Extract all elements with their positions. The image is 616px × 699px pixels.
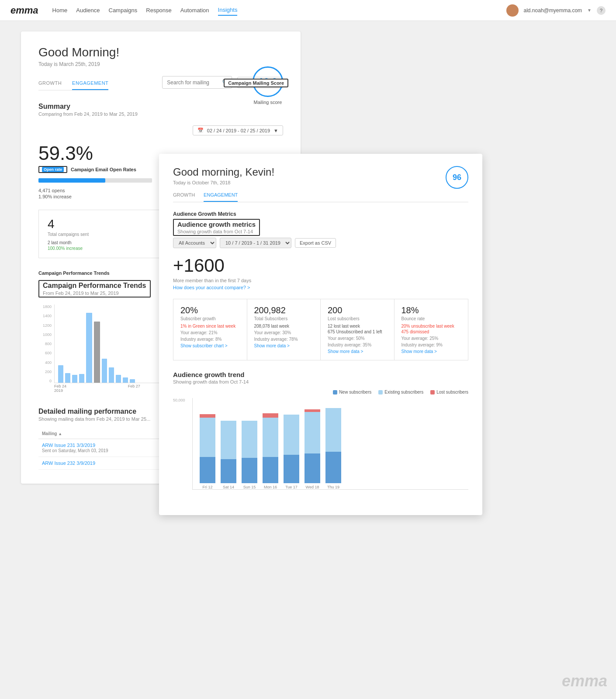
- new-seg-5: [305, 453, 320, 483]
- lost-seg-0: [200, 414, 215, 418]
- perf-trends-title: Campaign Performance Trends: [43, 282, 146, 290]
- bar-group-3: [79, 374, 84, 383]
- metric-3-avg-industry: Industry average: 9%: [401, 343, 461, 347]
- audience-bar-2: Sun 15: [242, 421, 257, 489]
- nav-insights[interactable]: Insights: [218, 5, 238, 16]
- bar-group-4: [86, 313, 92, 383]
- fg-toolbar: All Accounts 10 / 7 / 2019 - 1 / 31 2019…: [173, 238, 468, 248]
- mailing-link-1[interactable]: ARW Issue 232 3/9/2019: [42, 460, 95, 466]
- metric-3-avg-your: Your average: 25%: [401, 336, 461, 341]
- metric-0-avg-your: Your average: 21%: [180, 330, 240, 335]
- metric-2: 200 Lost subscribers 12 lost last week 6…: [321, 299, 395, 360]
- legend-existing-dot: [378, 390, 383, 394]
- tab-engagement[interactable]: ENGAGEMENT: [72, 80, 108, 90]
- bar: [102, 359, 107, 383]
- trend-legend: New subscribers Existing subscribers Los…: [173, 390, 468, 394]
- audience-growth-callout-box: Audience growth metrics Showing growth d…: [173, 219, 260, 236]
- nav-campaigns[interactable]: Campaigns: [109, 5, 138, 15]
- performance-callout-box: Campaign Performance Trends From Feb 24,…: [38, 280, 151, 298]
- bar-group-1: [65, 373, 70, 383]
- campaigns-sent-num: 4: [48, 217, 152, 231]
- mailing-score-callout: Campaign Mailing Score: [224, 79, 288, 87]
- bar: [94, 322, 100, 383]
- metric-1-link[interactable]: Show more data >: [254, 343, 314, 348]
- metrics-grid: 20% Subscriber growth 1% in Green since …: [173, 299, 468, 360]
- metric-2-sub: 12 lost last week: [328, 324, 387, 329]
- date-filter[interactable]: 10 / 7 / 2019 - 1 / 31 2019: [220, 238, 291, 248]
- fg-big-stat: +1600: [173, 255, 468, 276]
- bar: [109, 367, 114, 383]
- metric-0-avg-industry: Industry average: 8%: [180, 337, 240, 342]
- new-seg-0: [200, 457, 215, 483]
- metric-0: 20% Subscriber growth 1% in Green since …: [173, 299, 247, 360]
- progress-bar-fill: [38, 178, 105, 183]
- open-rate-callout-label: Campaign Email Open Rates: [71, 167, 136, 172]
- bar: [65, 373, 70, 383]
- nav-automation[interactable]: Automation: [180, 5, 209, 15]
- legend-new-dot: [333, 390, 337, 394]
- calendar-icon: 📅: [197, 128, 204, 133]
- new-seg-4: [284, 455, 299, 483]
- trend-chart-title: Audience growth trend: [173, 371, 468, 378]
- legend-new-label: New subscribers: [339, 390, 371, 394]
- x-label-6: Thu 19: [327, 485, 339, 489]
- metric-1-num: 200,982: [254, 305, 314, 315]
- metric-3-extra: 475 dismissed: [401, 329, 461, 334]
- nav-right: ald.noah@myemma.com ▼ ?: [506, 4, 606, 17]
- mailing-link-0[interactable]: ARW Issue 231 3/3/2019: [42, 443, 95, 448]
- fg-score-badge: 96: [446, 166, 468, 189]
- campaigns-last-month: 2 last month: [48, 240, 152, 245]
- nav-audience[interactable]: Audience: [76, 5, 100, 15]
- search-input[interactable]: [167, 80, 219, 86]
- existing-seg-6: [325, 408, 341, 452]
- bar-group-7: [109, 367, 114, 383]
- campaigns-sent-box: 4 Total campaigns sent 2 last month 100.…: [39, 210, 161, 258]
- metric-2-avg-your: Your average: 50%: [328, 336, 387, 341]
- metric-3-link[interactable]: Show more data >: [401, 349, 461, 354]
- metric-0-sub: 1% in Green since last week: [180, 324, 240, 329]
- metric-3-label: Bounce rate: [401, 316, 461, 321]
- mailing-score-label: Mailing score: [253, 100, 283, 105]
- existing-seg-5: [305, 412, 320, 453]
- nav-response[interactable]: Response: [146, 5, 172, 15]
- summary-title: Summary: [38, 103, 283, 111]
- fg-stat-link[interactable]: How does your account compare? >: [173, 285, 468, 290]
- nav-home[interactable]: Home: [52, 5, 68, 15]
- x-label-0: Fri 12: [202, 485, 212, 489]
- bar: [130, 379, 135, 383]
- legend-lost-label: Lost subscribers: [436, 390, 468, 394]
- existing-seg-1: [221, 421, 236, 459]
- new-seg-6: [325, 452, 341, 483]
- summary-subtitle: Comparing from Feb 24, 2019 to Mar 25, 2…: [38, 111, 283, 117]
- fg-tab-growth[interactable]: GROWTH: [173, 192, 195, 202]
- greeting: Good Morning!: [38, 45, 283, 59]
- metric-1-label: Total Subscribers: [254, 316, 314, 321]
- search-box[interactable]: 🔍: [162, 76, 232, 89]
- existing-seg-2: [242, 421, 257, 458]
- date-range-select[interactable]: 📅 02 / 24 / 2019 - 02 / 25 / 2019 ▼: [193, 125, 283, 135]
- metric-1: 200,982 Total Subscribers 208,078 last w…: [247, 299, 321, 360]
- new-seg-2: [242, 458, 257, 483]
- nav-links: Home Audience Campaigns Response Automat…: [52, 5, 506, 16]
- account-filter[interactable]: All Accounts: [173, 238, 216, 248]
- open-rate-badge-inner: Open rate: [42, 167, 64, 172]
- campaigns-change: 100.00% increase: [48, 246, 152, 251]
- metric-1-sub: 208,078 last week: [254, 324, 314, 329]
- bar: [116, 375, 121, 383]
- tab-growth[interactable]: GROWTH: [38, 80, 62, 90]
- bar: [123, 377, 128, 383]
- help-icon[interactable]: ?: [597, 6, 606, 15]
- fg-stat-desc: More member than in the first 7 days: [173, 278, 468, 283]
- fg-export-btn[interactable]: Export as CSV: [295, 238, 336, 248]
- bar-group-10: [130, 379, 135, 383]
- y-label: 50,000: [173, 398, 185, 402]
- metric-2-link[interactable]: Show more data >: [328, 349, 387, 354]
- fg-greeting: Good morning, Kevin!: [173, 166, 468, 178]
- metric-0-link[interactable]: Show subscriber chart >: [180, 343, 240, 348]
- bar: [58, 365, 63, 383]
- tabs: GROWTH ENGAGEMENT: [38, 80, 108, 90]
- fg-tab-engagement[interactable]: ENGAGEMENT: [204, 192, 238, 202]
- existing-seg-0: [200, 418, 215, 457]
- bar-group-5: [94, 322, 100, 383]
- metric-3: 18% Bounce rate 20% unsubscribe last wee…: [395, 299, 468, 360]
